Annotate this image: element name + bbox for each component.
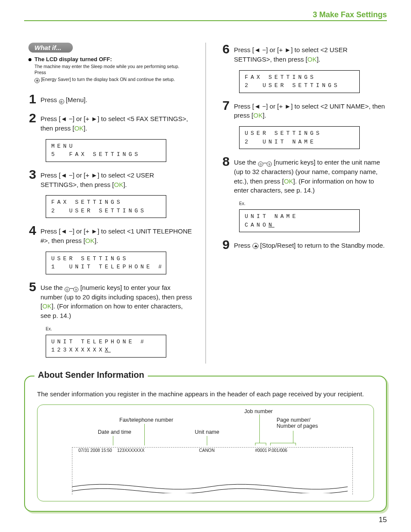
step-8: 8 Use the 0–9 [numeric keys] to enter th… [218, 155, 387, 195]
pointer-line [113, 436, 113, 445]
pointer-line [293, 431, 293, 443]
example-label: Ex. [239, 201, 387, 206]
whatif-line1: The machine may enter the Sleep mode whi… [34, 63, 191, 75]
step-body: Press [Stop/Reset] to return to the Stan… [234, 238, 387, 250]
numkey-9-icon: 9 [267, 162, 272, 167]
step-5: 5 Use the 0–9 [numeric keys] to enter yo… [24, 280, 193, 320]
step-3: 3 Press [◄ −] or [+ ►] to select <2 USER… [24, 168, 193, 190]
step-number: 7 [218, 99, 230, 112]
whatif-heading: The LCD display turned OFF: [34, 56, 191, 62]
step-number: 5 [24, 280, 36, 293]
column-divider [206, 43, 206, 364]
numkey-9-icon: 9 [73, 287, 78, 292]
step-body: Use the 0–9 [numeric keys] to enter your… [40, 280, 193, 320]
whatif-line2-text: [Energy Saver] to turn the display back … [40, 77, 175, 82]
strip-job-page: #0001 P.001/006 [255, 448, 287, 453]
step-number: 2 [24, 112, 36, 124]
label-unitname: Unit name [195, 429, 219, 435]
label-fax-tel: Fax/telephone number [119, 417, 173, 423]
ok-label: OK [307, 56, 317, 63]
ok-label: OK [42, 302, 52, 310]
lcd-display: UNIT TELEPHONE # 123XXXXXXX [46, 335, 166, 358]
label-datetime: Date and time [98, 429, 131, 435]
step-body: Press [◄ −] or [+ ►] to select <2 UNIT N… [234, 99, 387, 121]
whatif-line2: ✻ [Energy Saver] to turn the display bac… [34, 76, 191, 83]
step-1: 1 Press ⊛ [Menu]. [24, 93, 193, 106]
step-2: 2 Press [◄ −] or [+ ►] to select <5 FAX … [24, 112, 193, 133]
lcd-display: USER SETTINGS 1 UNIT TELEPHONE # [46, 252, 166, 274]
strip-unit: CANON [199, 448, 215, 453]
step-number: 6 [218, 43, 230, 56]
ok-label: OK [284, 177, 293, 185]
lcd-display: UNIT NAME CANON [239, 209, 360, 232]
step-body: Press ⊛ [Menu]. [40, 93, 193, 105]
pointer-line [259, 414, 260, 443]
lcd-display: FAX SETTINGS 2 USER SETTINGS [239, 70, 360, 93]
strip-fax: 123XXXXXXX [117, 448, 144, 453]
step-9: 9 Press [Stop/Reset] to return to the St… [218, 238, 387, 251]
energy-saver-icon: ✻ [34, 78, 40, 83]
step-body: Press [◄ −] or [+ ►] to select <2 USER S… [234, 43, 387, 64]
pointer-line [144, 424, 145, 445]
page-header-line [72, 447, 353, 448]
lcd-display: FAX SETTINGS 2 USER SETTINGS [46, 195, 166, 218]
ok-label: OK [253, 112, 263, 119]
section-title: 3 Make Fax Settings [24, 10, 387, 19]
section-header: 3 Make Fax Settings [24, 10, 387, 21]
menu-icon: ⊛ [59, 99, 64, 104]
step-body: Press [◄ −] or [+ ►] to select <1 UNIT T… [40, 224, 193, 246]
step-body: Press [◄ −] or [+ ►] to select <2 USER S… [40, 168, 193, 190]
lcd-display: MENU 5 FAX SETTINGS [46, 139, 166, 162]
page-outline [352, 447, 353, 495]
page-wave [72, 480, 348, 493]
about-intro: The sender information you register in t… [37, 389, 374, 398]
step-4: 4 Press [◄ −] or [+ ►] to select <1 UNIT… [24, 224, 193, 246]
ok-label: OK [85, 237, 95, 244]
sender-diagram: Job number Fax/telephone number Page num… [37, 404, 374, 501]
stop-reset-icon [252, 243, 258, 249]
step-number: 9 [218, 238, 230, 251]
about-title: About Sender Information [34, 370, 148, 380]
bracket [270, 443, 296, 445]
step-7: 7 Press [◄ −] or [+ ►] to select <2 UNIT… [218, 99, 387, 121]
step-body: Press [◄ −] or [+ ►] to select <5 FAX SE… [40, 112, 193, 133]
bracket [255, 443, 266, 445]
example-label: Ex. [46, 327, 193, 331]
step-number: 8 [218, 155, 230, 168]
step-number: 3 [24, 168, 36, 181]
step-body: Use the 0–9 [numeric keys] to enter the … [234, 155, 387, 195]
whatif-box: The LCD display turned OFF: The machine … [24, 56, 193, 83]
pointer-line [207, 436, 207, 445]
whatif-pill: What if... [28, 43, 73, 53]
step-number: 1 [24, 93, 36, 106]
strip-datetime: 07/31 2008 15:50 [78, 448, 112, 453]
about-sender-box: About Sender Information The sender info… [24, 376, 387, 512]
step-6: 6 Press [◄ −] or [+ ►] to select <2 USER… [218, 43, 387, 64]
ok-label: OK [74, 124, 84, 132]
numkey-0-icon: 0 [258, 162, 263, 167]
step-number: 4 [24, 224, 36, 237]
label-job-number: Job number [244, 408, 273, 414]
numkey-0-icon: 0 [65, 287, 70, 292]
ok-label: OK [114, 181, 123, 188]
label-page-number: Page number/ Number of pages [277, 417, 318, 429]
lcd-display: USER SETTINGS 2 UNIT NAME [239, 126, 360, 149]
page-number: 15 [379, 516, 387, 524]
